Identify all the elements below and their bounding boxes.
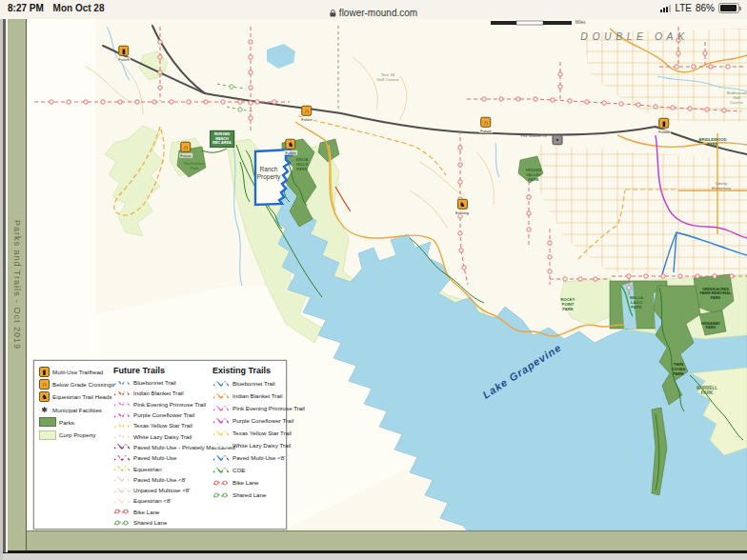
legend-item: Equestrian <8': [113, 495, 212, 506]
legend-item-label: Texas Yellow Star Trail: [232, 430, 292, 436]
legend-line-swatch: [113, 400, 131, 408]
legend-line-swatch: [212, 417, 230, 425]
legend-item: White Lazy Daisy Trail: [212, 439, 305, 451]
legend-box: ▮ Multi-Use Trailhead ∩ Below Grade Cros…: [33, 360, 287, 530]
legend-line-swatch: [113, 508, 131, 515]
legend-item-label: Bike Lane: [133, 509, 160, 515]
legend-item: Indian Blanket Trail: [113, 388, 212, 398]
legend-symbol-icon: ∩: [39, 379, 50, 390]
legend-item-label: Unpaved Multiuse <8': [133, 487, 190, 493]
legend-symbol-icon: ✱: [39, 406, 50, 414]
date: Mon Oct 28: [53, 3, 105, 13]
legend-line-swatch: [212, 467, 230, 474]
legend-item: Pink Evening Primrose Trail: [113, 399, 212, 410]
legend-symbols-list: ▮ Multi-Use Trailhead ∩ Below Grade Cros…: [39, 366, 113, 441]
legend-item: Equestrian: [113, 463, 212, 473]
legend-symbol-label: Multi-Use Trailhead: [52, 369, 103, 375]
battery-icon: [718, 3, 739, 13]
legend-line-swatch: [212, 479, 230, 487]
legend-item: Shared Lane: [212, 489, 305, 501]
legend-item: Bike Lane: [212, 476, 305, 489]
legend-line-swatch: [212, 380, 230, 388]
legend-symbol-label: Corp Property: [59, 431, 96, 438]
status-left: 8:27 PM Mon Oct 28: [8, 3, 104, 13]
legend-item: Purple Coneflower Trail: [212, 414, 305, 427]
legend-line-swatch: [113, 454, 131, 462]
legend-item-label: White Lazy Daisy Trail: [232, 442, 291, 449]
legend-symbol-row: ∩ Below Grade Crossings: [39, 378, 113, 390]
legend-symbol-label: Equestrian Trail Heads: [52, 393, 112, 400]
legend-existing-title: Existing Trails: [212, 366, 305, 375]
page-bottom-edge: [0, 553, 747, 560]
network-label: LTE: [675, 3, 692, 13]
legend-item-label: Indian Blanket Trail: [232, 392, 283, 399]
legend-item: Pink Evening Primrose Trail: [212, 402, 305, 414]
legend-symbol-icon: ♞: [39, 391, 50, 402]
legend-line-swatch: [113, 497, 131, 505]
legend-symbol-row: ▮ Multi-Use Trailhead: [39, 366, 113, 378]
legend-item: Indian Blanket Trail: [212, 390, 305, 402]
battery-percent: 86%: [696, 3, 715, 13]
legend-line-swatch: [113, 422, 131, 430]
legend-line-swatch: [212, 491, 230, 499]
legend-symbol-row: ✱ Municipal Facilities: [39, 404, 113, 416]
legend-item-label: Texas Yellow Star Trail: [133, 422, 192, 429]
legend-item: White Lazy Daisy Trail: [113, 430, 212, 441]
legend-existing-column: Existing Trails Bluebonnet Trail: [212, 366, 305, 525]
legend-item-label: Shared Lane: [232, 491, 266, 498]
legend-item-label: Paved Multi-Use <8': [232, 454, 285, 461]
map-title-vertical: Parks and Trails - Oct 2019: [12, 220, 22, 350]
legend-line-swatch: [212, 430, 230, 437]
legend-item: Bluebonnet Trail: [113, 377, 212, 388]
url-bar[interactable]: flower-mound.com: [330, 8, 417, 18]
legend-line-swatch: [113, 443, 131, 450]
legend-item-label: Purple Coneflower Trail: [133, 411, 194, 418]
legend-item-label: Equestrian: [133, 466, 162, 472]
legend-item: Paved Multi-Use <8': [212, 451, 305, 464]
legend-item: COE: [212, 464, 305, 476]
legend-item-label: Bike Lane: [232, 479, 259, 486]
legend-item-label: Bluebonnet Trail: [232, 380, 275, 387]
legend-item: Unpaved Multiuse <8': [113, 485, 212, 495]
legend-item: Bike Lane: [113, 507, 212, 517]
legend-future-list: Bluebonnet Trail Indian Blanket Trail: [113, 377, 212, 528]
clock: 8:27 PM: [8, 3, 44, 13]
legend-item: Shared Lane: [113, 517, 212, 528]
legend-item-label: Pink Evening Primrose Trail: [133, 401, 206, 408]
legend-item: Bluebonnet Trail: [212, 377, 305, 390]
legend-item-label: Paved Multi-Use <8': [133, 476, 186, 483]
legend-symbol-row: Parks: [39, 416, 113, 429]
legend-line-swatch: [212, 405, 230, 412]
legend-symbol-icon: [39, 430, 56, 440]
legend-item: Paved Multi-Use - Privately Maintained: [113, 442, 212, 452]
map-bottom-border: [8, 530, 747, 551]
legend-item: Texas Yellow Star Trail: [113, 420, 212, 430]
legend-item-label: Shared Lane: [133, 519, 167, 526]
legend-item-label: Pink Evening Primrose Trail: [232, 405, 305, 411]
lock-icon: [330, 10, 336, 17]
legend-symbol-label: Municipal Facilities: [52, 407, 102, 413]
legend-item: Texas Yellow Star Trail: [212, 427, 305, 439]
legend-symbol-row: ♞ Equestrian Trail Heads: [39, 390, 113, 403]
legend-item-label: Indian Blanket Trail: [133, 390, 184, 396]
legend-line-swatch: [212, 392, 230, 400]
legend-line-swatch: [212, 442, 230, 450]
legend-item-label: COE: [232, 467, 245, 473]
signal-bars-icon: [660, 5, 671, 12]
legend-item: Purple Coneflower Trail: [113, 410, 212, 420]
legend-future-title: Future Trails: [113, 366, 212, 375]
legend-line-swatch: [113, 432, 131, 440]
map-side-title-bar: Parks and Trails - Oct 2019: [8, 19, 27, 550]
legend-line-swatch: [113, 519, 131, 527]
legend-line-swatch: [113, 487, 131, 494]
legend-item-label: Bluebonnet Trail: [133, 379, 176, 386]
legend-line-swatch: [113, 465, 131, 472]
legend-line-swatch: [113, 411, 131, 419]
legend-future-column: Future Trails Bluebonnet Trail: [113, 366, 212, 525]
legend-symbol-label: Below Grade Crossings: [52, 381, 114, 388]
legend-item-label: White Lazy Daisy Trail: [133, 433, 192, 440]
legend-line-swatch: [113, 390, 131, 397]
legend-item: Paved Multi-Use: [113, 452, 212, 463]
legend-line-swatch: [113, 475, 131, 483]
legend-item-label: Equestrian <8': [133, 497, 172, 504]
